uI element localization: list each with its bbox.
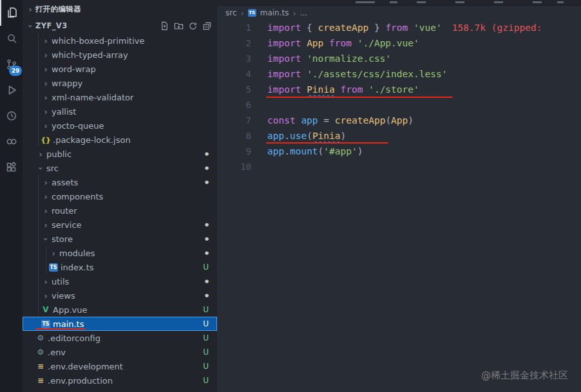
- json-icon: {}: [41, 136, 51, 144]
- tree-item-label: .env.development: [48, 362, 123, 371]
- line-number: 6: [217, 100, 251, 110]
- tree-item-views[interactable]: ›views●: [23, 288, 217, 303]
- tab-bar-strip[interactable]: [217, 0, 581, 6]
- tree-item-wrappy[interactable]: ›wrappy: [23, 76, 217, 90]
- code-token: }: [368, 23, 385, 33]
- code-line-text: import './assets/css/index.less': [251, 69, 447, 79]
- tree-item-src[interactable]: ›src●: [23, 161, 217, 175]
- project-section-header[interactable]: › ZYF_V3: [23, 18, 217, 33]
- tree-item-label: which-boxed-primitive: [52, 36, 145, 46]
- line-number: 3: [217, 53, 251, 64]
- tree-item-modules[interactable]: ›modules●: [23, 246, 217, 260]
- code-line-9[interactable]: 9app.mount('#app'): [217, 144, 581, 159]
- breadcrumb-item-src[interactable]: src: [225, 8, 237, 17]
- run-debug-icon[interactable]: [0, 77, 23, 103]
- new-folder-icon[interactable]: [173, 21, 184, 32]
- tree-item-.package-lock.json[interactable]: {}.package-lock.json: [23, 133, 217, 147]
- code-line-7[interactable]: 7const app = createApp(App): [217, 113, 581, 128]
- open-editors-label: 打开的编辑器: [35, 5, 81, 14]
- tree-item-gutter: ●: [205, 251, 217, 256]
- tree-item-yocto-queue[interactable]: ›yocto-queue: [23, 118, 217, 133]
- tree-item-gutter: ●: [205, 180, 217, 185]
- git-untracked-badge: U: [203, 333, 209, 342]
- history-icon[interactable]: [0, 103, 23, 129]
- tree-item-label: .env: [48, 348, 66, 357]
- code-token: './App.vue': [357, 38, 419, 48]
- tree-item-label: .editorconfig: [48, 333, 100, 343]
- code-line-2[interactable]: 2import App from './App.vue': [217, 35, 581, 51]
- breadcrumb-item-more[interactable]: ...: [300, 8, 307, 17]
- tree-item-yallist[interactable]: ›yallist: [23, 104, 217, 118]
- code-token: './store': [368, 84, 419, 95]
- tree-item-service[interactable]: ›service●: [23, 218, 217, 232]
- vscode-window: 29 › 打开的编: [0, 0, 581, 392]
- tree-item-label: src: [46, 163, 59, 173]
- code-line-text: app.use(Pinia): [251, 131, 346, 141]
- chevron-right-icon: ›: [41, 93, 51, 102]
- open-editors-header[interactable]: › 打开的编辑器: [23, 0, 217, 18]
- tree-item-gutter: ●: [205, 166, 217, 171]
- tree-item-.env[interactable]: ⚙.envU: [23, 345, 217, 359]
- code-token: app: [267, 146, 284, 156]
- code-line-10[interactable]: 10: [217, 159, 581, 174]
- tree-item-label: .package-lock.json: [53, 135, 131, 145]
- search-icon[interactable]: [0, 26, 23, 51]
- tree-item-components[interactable]: ›components: [23, 189, 217, 203]
- tree-item-word-wrap[interactable]: ›word-wrap: [23, 62, 217, 76]
- extensions-icon[interactable]: [0, 154, 23, 180]
- refresh-icon[interactable]: [187, 21, 198, 32]
- code-line-6[interactable]: 6: [217, 97, 581, 113]
- tree-item-gutter: U: [203, 319, 217, 328]
- code-token: Pinia: [312, 131, 341, 141]
- tree-item-index.ts[interactable]: TSindex.tsU: [23, 260, 217, 274]
- code-line-5[interactable]: 5import Pinia from './store': [217, 82, 581, 97]
- code-token: import: [267, 84, 301, 95]
- code-token: mount: [290, 146, 318, 156]
- code-token: (: [307, 131, 312, 141]
- code-line-4[interactable]: 4import './assets/css/index.less': [217, 66, 581, 82]
- tree-item-.env.production[interactable]: ≡.env.productionU: [23, 373, 217, 387]
- code-token: {: [301, 23, 318, 33]
- code-token: import: [267, 69, 301, 79]
- tree-item-xml-name-validator[interactable]: ›xml-name-validator: [23, 90, 217, 104]
- tree-item-assets[interactable]: ›assets●: [23, 175, 217, 189]
- git-untracked-badge: U: [203, 362, 209, 371]
- git-untracked-badge: U: [203, 376, 209, 385]
- code-line-1[interactable]: 1import { createApp } from 'vue'158.7k (…: [217, 20, 581, 35]
- project-name: ZYF_V3: [35, 21, 68, 30]
- tab-top-fragment: [533, 1, 542, 3]
- editor-area: src › TS main.ts › ... 1import { createA…: [217, 0, 581, 392]
- tree-item-which-boxed-primitive[interactable]: ›which-boxed-primitive: [23, 33, 217, 48]
- code-token: './assets/css/index.less': [307, 69, 447, 79]
- chevron-right-icon: ›: [41, 178, 51, 187]
- tree-item-store[interactable]: ›store●: [23, 232, 217, 246]
- code-line-8[interactable]: 8app.use(Pinia): [217, 128, 581, 144]
- chevron-right-icon: ›: [41, 64, 51, 74]
- tree-item-label: .env.production: [48, 376, 113, 386]
- remote-icon[interactable]: [0, 129, 23, 154]
- code-token: [408, 23, 414, 33]
- tree-item-.editorconfig[interactable]: ⚙.editorconfigU: [23, 331, 217, 345]
- tree-item-App.vue[interactable]: VApp.vueU: [23, 303, 217, 317]
- tree-item-router[interactable]: ›router: [23, 203, 217, 218]
- tree-item-which-typed-array[interactable]: ›which-typed-array: [23, 48, 217, 62]
- code-line-3[interactable]: 3import 'normalize.css': [217, 51, 581, 66]
- tree-item-gutter: U: [203, 348, 217, 357]
- breadcrumb-item-file[interactable]: main.ts: [260, 8, 289, 17]
- line-number: 9: [217, 146, 251, 156]
- tree-item-public[interactable]: ›public●: [23, 147, 217, 161]
- tree-item-gutter: U: [203, 333, 217, 342]
- chevron-right-icon: ›: [41, 277, 51, 286]
- tree-item-label: service: [52, 220, 82, 230]
- modified-dot: ●: [205, 166, 209, 171]
- collapse-all-icon[interactable]: [202, 21, 213, 32]
- explorer-icon[interactable]: [0, 0, 23, 26]
- code-token: createApp: [318, 23, 369, 33]
- source-control-icon[interactable]: 29: [0, 51, 23, 77]
- new-file-icon[interactable]: [159, 21, 170, 32]
- chevron-right-icon: ›: [41, 107, 51, 117]
- code-token: .: [284, 146, 290, 156]
- tree-item-utils[interactable]: ›utils●: [23, 274, 217, 288]
- tree-item-.env.development[interactable]: ≡.env.developmentU: [23, 359, 217, 373]
- chevron-right-icon: ›: [48, 248, 59, 258]
